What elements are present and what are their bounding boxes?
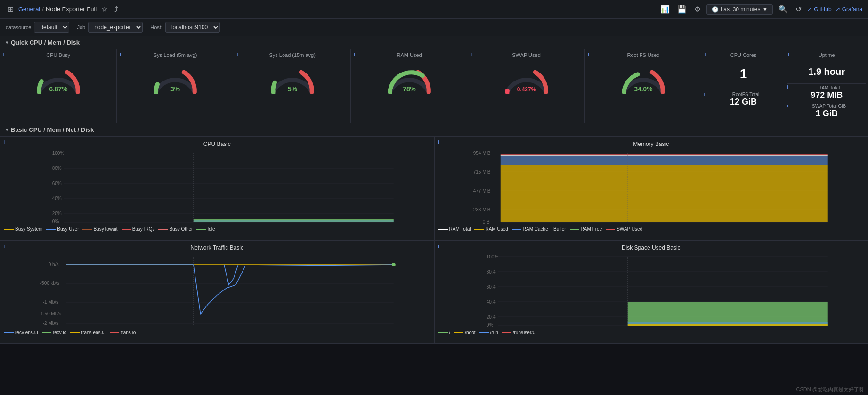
network-title: Network Traffic Basic: [4, 244, 430, 251]
svg-rect-0: [38, 90, 41, 93]
svg-text:16:15: 16:15: [373, 328, 384, 328]
svg-text:16:05: 16:05: [257, 328, 269, 328]
info-icon-rootfs[interactable]: i: [588, 51, 589, 56]
svg-text:60%: 60%: [486, 284, 495, 290]
quick-section-header[interactable]: ▾ Quick CPU / Mem / Disk: [0, 36, 868, 49]
github-link[interactable]: ↗ GitHub: [807, 6, 831, 13]
svg-text:15:55: 15:55: [130, 328, 142, 328]
uptime-title: Uptime: [787, 52, 866, 58]
charts-grid: i CPU Basic 100% 80% 60% 40% 20% 0% 15:5…: [0, 137, 868, 344]
legend-busy-irqs: Busy IRQs: [122, 226, 155, 232]
network-panel: i Network Traffic Basic 0 b/s -500 kb/s …: [0, 240, 434, 344]
job-filter: Job node_exporter: [77, 22, 143, 33]
star-button[interactable]: ☆: [99, 3, 110, 16]
svg-text:15:55: 15:55: [564, 224, 576, 225]
svg-text:80%: 80%: [52, 166, 62, 171]
time-range-button[interactable]: 🕐 Last 30 minutes ▼: [706, 4, 773, 15]
uptime-value-container: 1.9 hour: [787, 60, 866, 83]
grafana-link[interactable]: ↗ Grafana: [836, 6, 862, 13]
sys-load-15-svg: 5%: [267, 66, 318, 97]
network-svg: 0 b/s -500 kb/s -1 Mb/s -1.50 Mb/s -2 Mb…: [4, 253, 430, 328]
svg-text:80%: 80%: [486, 269, 495, 274]
svg-text:16:00: 16:00: [184, 224, 196, 225]
info-icon-ram-total[interactable]: i: [787, 85, 788, 90]
ram-total-cell: i RAM Total 972 MiB: [787, 83, 866, 102]
info-icon-mem-basic[interactable]: i: [438, 140, 439, 145]
breadcrumb-separator: /: [42, 6, 44, 13]
basic-section-header[interactable]: ▾ Basic CPU / Mem / Net / Disk: [0, 123, 868, 137]
legend-busy-user: Busy User: [46, 226, 79, 232]
memory-basic-svg: 954 MiB 715 MiB 477 MiB 238 MiB 0 B 15:5…: [438, 149, 864, 225]
info-icon-rootfs-total[interactable]: i: [704, 91, 705, 97]
svg-text:16:05: 16:05: [250, 224, 262, 225]
job-label: Job: [77, 24, 85, 30]
zoom-out-button[interactable]: 🔍: [777, 3, 790, 16]
breadcrumb-general[interactable]: General: [18, 6, 40, 13]
info-icon-cores[interactable]: i: [705, 51, 706, 56]
svg-text:15:50: 15:50: [66, 328, 78, 328]
svg-text:16:05: 16:05: [684, 328, 696, 328]
info-icon-net[interactable]: i: [4, 243, 5, 249]
cpu-busy-title: CPU Busy: [2, 52, 114, 58]
info-icon-uptime[interactable]: i: [788, 51, 789, 56]
svg-text:0%: 0%: [486, 322, 493, 328]
svg-rect-44: [500, 165, 827, 222]
save-button[interactable]: 💾: [675, 3, 689, 16]
svg-point-66: [392, 263, 396, 266]
disk-space-svg: 100% 80% 60% 40% 20% 0% 15:50 15:55 16:0…: [438, 253, 864, 328]
svg-text:-2 Mb/s: -2 Mb/s: [43, 321, 58, 326]
apps-menu-button[interactable]: ⊞: [6, 3, 16, 16]
network-legend: recv ens33 recv lo trans ens33 trans lo: [4, 330, 430, 335]
swap-total-value: 1 GiB: [787, 109, 866, 119]
info-icon-cpu[interactable]: i: [3, 51, 4, 56]
ram-used-svg: 78%: [383, 66, 435, 97]
memory-basic-legend: RAM Total RAM Used RAM Cache + Buffer RA…: [438, 226, 864, 232]
info-icon-swap[interactable]: i: [471, 51, 472, 56]
svg-rect-4: [272, 90, 275, 93]
ram-used-gauge: 78%: [353, 60, 465, 102]
datasource-filter: datasource default: [6, 22, 69, 33]
host-label: Host:: [150, 24, 162, 30]
refresh-button[interactable]: ↺: [794, 3, 803, 16]
svg-text:60%: 60%: [52, 181, 62, 186]
info-icon-cpu-basic[interactable]: i: [4, 140, 5, 145]
sys-load-5-gauge: 3%: [119, 60, 231, 102]
info-icon-ram[interactable]: i: [354, 51, 355, 56]
host-select[interactable]: localhost:9100: [165, 22, 220, 33]
settings-button[interactable]: ⚙: [692, 3, 703, 16]
rootfs-total-value: 12 GiB: [704, 97, 783, 107]
share-button[interactable]: ⤴: [113, 3, 120, 16]
sys-load-15-gauge: 5%: [236, 60, 349, 102]
svg-text:-1.50 Mb/s: -1.50 Mb/s: [39, 311, 61, 316]
legend-recv-lo: recv lo: [42, 330, 66, 335]
legend-trans-ens33: trans ens33: [70, 330, 105, 335]
add-panel-button[interactable]: 📊: [658, 3, 672, 16]
svg-rect-6: [389, 90, 392, 93]
info-icon-sl15[interactable]: i: [237, 51, 238, 56]
info-icon-swap-total[interactable]: i: [787, 103, 788, 108]
svg-text:15:50: 15:50: [500, 224, 512, 225]
ram-total-label: RAM Total: [792, 85, 866, 90]
legend-busy-system: Busy System: [4, 226, 42, 232]
disk-space-panel: i Disk Space Used Basic 100% 80% 60% 40%…: [434, 240, 868, 344]
info-icon-sl5[interactable]: i: [120, 51, 121, 56]
legend-ram-used: RAM Used: [474, 226, 508, 232]
cpu-cores-value: 1: [740, 66, 747, 81]
legend-swap-used: SWAP Used: [606, 226, 642, 232]
legend-run: /run: [479, 330, 498, 335]
info-icon-disk[interactable]: i: [438, 243, 439, 249]
sys-load-5-title: Sys Load (5m avg): [119, 52, 231, 58]
swap-used-panel: i SWAP Used 0.427%: [468, 49, 585, 123]
job-select[interactable]: node_exporter: [88, 22, 143, 33]
svg-text:3%: 3%: [170, 85, 180, 92]
legend-run-user: /run/user/0: [502, 330, 535, 335]
sys-load-15-title: Sys Load (15m avg): [236, 52, 349, 58]
svg-text:0.427%: 0.427%: [517, 86, 536, 92]
cpu-cores-value-container: 1: [704, 60, 783, 88]
cpu-busy-gauge: 6.87%: [2, 60, 114, 102]
datasource-select[interactable]: default: [34, 22, 69, 33]
legend-trans-lo: trans lo: [110, 330, 136, 335]
svg-text:715 MiB: 715 MiB: [473, 169, 490, 175]
legend-busy-other: Busy Other: [158, 226, 193, 232]
svg-text:238 MiB: 238 MiB: [473, 207, 490, 212]
